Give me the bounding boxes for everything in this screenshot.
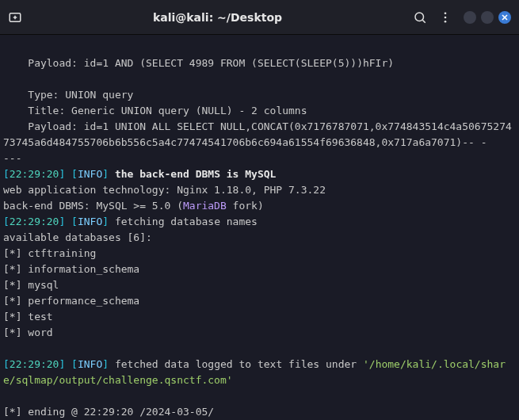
ending-line: [*] ending @ 22:29:20 /2024-03-05/ xyxy=(3,406,214,418)
window-title: kali@kali: ~/Desktop xyxy=(153,11,282,24)
minimize-button[interactable] xyxy=(464,11,476,24)
db-item-1: [*] ctftraining xyxy=(3,247,96,259)
maximize-button[interactable] xyxy=(481,11,494,24)
db-item-6: [*] word xyxy=(3,326,53,338)
log-line-3: [22:29:20] [INFO] fetched data logged to… xyxy=(3,358,506,386)
svg-point-5 xyxy=(445,12,447,14)
terminal-output[interactable]: Payload: id=1 AND (SELECT 4989 FROM (SEL… xyxy=(0,35,519,420)
search-icon[interactable] xyxy=(413,10,427,25)
payload-line-1: Payload: id=1 AND (SELECT 4989 FROM (SEL… xyxy=(3,57,394,69)
log-line-2: [22:29:20] [INFO] fetching database name… xyxy=(3,216,258,227)
log-line-1: [22:29:20] [INFO] the back-end DBMS is M… xyxy=(3,168,276,180)
window-controls xyxy=(464,11,511,24)
tech-line: web application technology: Nginx 1.18.0… xyxy=(3,184,326,196)
close-button[interactable] xyxy=(498,11,511,24)
svg-point-7 xyxy=(445,20,447,22)
menu-icon[interactable] xyxy=(438,10,452,25)
title-line: Title: Generic UNION query (NULL) - 2 co… xyxy=(3,105,307,116)
titlebar-left xyxy=(8,10,22,25)
db-item-2: [*] information_schema xyxy=(3,263,139,275)
svg-point-3 xyxy=(415,13,424,21)
db-item-5: [*] test xyxy=(3,311,53,323)
db-item-4: [*] performance_schema xyxy=(3,295,139,307)
svg-point-6 xyxy=(445,16,447,18)
type-line: Type: UNION query xyxy=(3,89,133,101)
new-tab-icon[interactable] xyxy=(8,10,22,25)
available-dbs: available databases [6]: xyxy=(3,231,152,243)
svg-line-4 xyxy=(422,20,425,22)
dashes: --- xyxy=(3,152,21,164)
title-bar: kali@kali: ~/Desktop xyxy=(0,0,519,35)
db-item-3: [*] mysql xyxy=(3,279,59,291)
payload-line-2: Payload: id=1 UNION ALL SELECT NULL,CONC… xyxy=(3,120,512,148)
titlebar-right xyxy=(413,10,511,25)
dbms-line: back-end DBMS: MySQL >= 5.0 (MariaDB for… xyxy=(3,200,264,212)
